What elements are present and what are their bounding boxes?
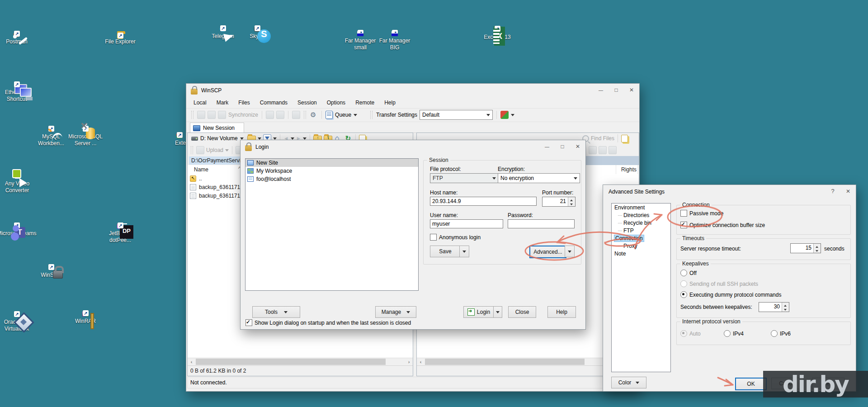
new-session-tab[interactable]: New Session	[190, 123, 244, 133]
menu-item[interactable]: Mark	[217, 99, 229, 106]
session-color-dropdown[interactable]	[511, 114, 514, 118]
upload-label[interactable]: Upload	[206, 147, 223, 153]
panels-icon[interactable]	[197, 111, 205, 119]
menu-item[interactable]: Help	[384, 99, 396, 106]
desktop-icon[interactable]: Far Manager BIG	[374, 31, 415, 51]
advanced-button[interactable]: Advanced...	[529, 246, 566, 258]
tree-item[interactable]: Directories	[612, 211, 670, 219]
desktop-icon[interactable]: Microsoft Teams	[0, 223, 37, 237]
login-titlebar[interactable]: Login	[241, 140, 585, 154]
port-number-stepper[interactable]: 21	[542, 197, 576, 207]
session-color-icon[interactable]	[500, 111, 509, 119]
synchronize-label[interactable]: Synchronize	[228, 112, 258, 118]
scrollbar-thumb[interactable]	[425, 359, 585, 365]
tree-item[interactable]: FTP	[612, 227, 670, 234]
tree-item[interactable]: Note	[612, 250, 670, 257]
desktop-icon[interactable]: Skype	[237, 26, 278, 40]
scroll-right-icon[interactable]: ›	[405, 358, 413, 365]
scroll-left-icon[interactable]: ‹	[188, 358, 195, 365]
login-dropdown[interactable]	[493, 306, 502, 318]
winscp-titlebar[interactable]: WinSCP	[186, 84, 639, 97]
advanced-dropdown[interactable]	[565, 246, 575, 257]
spin-down-icon[interactable]	[568, 202, 575, 206]
menu-item[interactable]: Commands	[260, 99, 288, 106]
optimize-buffer-checkbox[interactable]: Optimize connection buffer size	[680, 222, 765, 228]
transfer-settings-combo[interactable]: Default	[420, 110, 493, 120]
tree-item[interactable]: Proxy	[612, 242, 670, 250]
queue-label[interactable]: Queue	[335, 112, 351, 118]
dialog-help-button[interactable]	[825, 185, 840, 199]
desktop-icon[interactable]: Postman	[0, 32, 37, 45]
close-button[interactable]	[840, 185, 856, 199]
remote-filter-icon[interactable]	[609, 146, 617, 154]
show-login-on-startup-checkbox[interactable]: Show Login dialog on startup and when th…	[245, 319, 411, 326]
remove-icon[interactable]	[599, 146, 607, 154]
desktop-icon[interactable]: Any Video Converter	[0, 174, 38, 194]
scroll-left-icon[interactable]: ‹	[417, 358, 425, 365]
menu-item[interactable]: Session	[297, 99, 317, 106]
menu-item[interactable]: Files	[238, 99, 250, 106]
desktop-icon[interactable]: WinSCP	[31, 265, 71, 279]
file-protocol-select[interactable]: FTP	[430, 173, 499, 183]
ok-button[interactable]: OK	[735, 378, 767, 390]
maximize-button[interactable]	[609, 84, 624, 97]
save-button[interactable]: Save	[430, 246, 461, 257]
color-button[interactable]: Color	[611, 377, 646, 388]
desktop-icon[interactable]: WinRAR	[65, 311, 106, 325]
upload-icon[interactable]	[196, 146, 204, 154]
desktop-icon[interactable]: Ethernet - Shortcut	[0, 82, 37, 103]
tree-item[interactable]: Connection	[612, 234, 670, 242]
maximize-button[interactable]	[555, 140, 570, 154]
add-icon[interactable]	[589, 146, 597, 154]
find-files-label[interactable]: Find Files	[591, 135, 614, 142]
anonymous-login-checkbox[interactable]: Anonymous login	[430, 234, 481, 241]
site-list-item[interactable]: foo@localhost	[245, 175, 418, 183]
keepalive-radio[interactable]: Executing dummy protocol commands	[680, 291, 781, 298]
desktop-icon[interactable]: Oracle VM VirtualBox	[0, 312, 37, 332]
rights-column-header[interactable]: Rights	[621, 166, 637, 173]
close-button[interactable]	[624, 84, 639, 97]
tree-item[interactable]: Recycle bin	[612, 219, 670, 227]
tools-button[interactable]: Tools	[252, 306, 300, 318]
ip-version-radio[interactable]: Auto	[680, 330, 701, 337]
save-dropdown[interactable]	[459, 246, 469, 257]
commands-icon[interactable]	[276, 111, 284, 119]
queue-icon[interactable]	[326, 111, 333, 119]
name-column-header[interactable]: Name	[194, 166, 208, 173]
help-button[interactable]: Help	[547, 306, 576, 318]
encryption-select[interactable]: No encryption	[498, 173, 580, 183]
host-name-input[interactable]	[430, 197, 537, 206]
menu-item[interactable]: Local	[193, 99, 207, 106]
console-icon[interactable]	[266, 111, 274, 119]
menu-item[interactable]: Options	[327, 99, 345, 106]
manage-button[interactable]: Manage	[375, 306, 416, 318]
desktop-icon[interactable]: Microsoft SQL Server ...	[65, 127, 106, 147]
compare-icon[interactable]	[208, 111, 216, 119]
remote-copy-icon[interactable]	[621, 135, 628, 142]
menu-item[interactable]: Remote	[355, 99, 374, 106]
site-list-item[interactable]: My Workspace	[245, 167, 418, 175]
desktop-icon[interactable]: Excel 2013	[477, 26, 518, 41]
password-input[interactable]	[508, 219, 575, 228]
login-button[interactable]: Login	[463, 306, 494, 318]
minimize-button[interactable]	[539, 140, 555, 154]
minimize-button[interactable]	[593, 84, 609, 97]
passive-mode-checkbox[interactable]: Passive mode	[680, 210, 723, 217]
advanced-titlebar[interactable]: Advanced Site Settings	[603, 185, 856, 199]
tree-item[interactable]: Environment	[612, 204, 670, 211]
transfer-icon[interactable]	[292, 111, 300, 119]
site-list-item[interactable]: New Site	[245, 159, 418, 167]
keepalive-interval-stepper[interactable]: 30	[759, 302, 789, 312]
spin-up-icon[interactable]	[568, 197, 575, 202]
keepalive-radio[interactable]: Off	[680, 270, 697, 276]
ip-version-radio[interactable]: IPv6	[771, 330, 791, 337]
user-name-input[interactable]	[430, 219, 503, 228]
drive-combo[interactable]: D: New Volume	[189, 134, 245, 143]
queue-dropdown-arrow[interactable]	[354, 114, 357, 118]
scrollbar-thumb[interactable]	[196, 359, 386, 365]
desktop-icon[interactable]: File Explorer	[100, 32, 141, 45]
ip-version-radio[interactable]: IPv4	[724, 330, 744, 337]
desktop-icon[interactable]: JetBrains dotPee...	[100, 223, 141, 244]
close-dialog-button[interactable]: Close	[508, 306, 536, 318]
keepalive-radio[interactable]: Sending of null SSH packets	[680, 280, 758, 287]
